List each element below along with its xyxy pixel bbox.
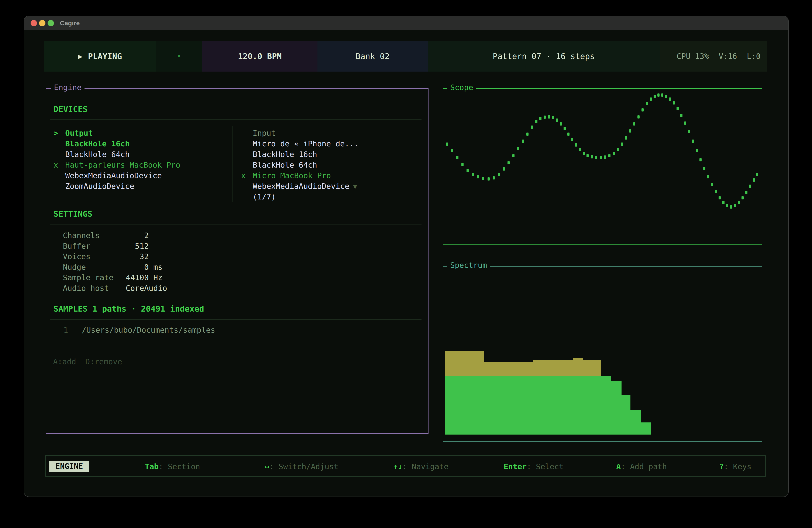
hint-key: ↑↓ xyxy=(393,462,402,471)
setting-label: Nudge xyxy=(63,263,86,271)
scope-sample-dot xyxy=(535,120,537,123)
output-device-item[interactable]: xHaut-parleurs MacBook Pro xyxy=(54,161,180,169)
key-hint-keys: ?: Keys xyxy=(719,462,752,471)
spectrum-level-bar xyxy=(583,376,601,434)
scope-sample-dot xyxy=(734,204,736,207)
input-list-pager-label: (1/7) xyxy=(253,192,276,201)
setting-value: 44100 Hz xyxy=(126,273,162,282)
bpm-display[interactable]: 120.0 BPM xyxy=(202,41,317,72)
setting-label: Buffer xyxy=(63,242,90,251)
scope-sample-dot xyxy=(451,149,453,152)
minimize-window-button[interactable] xyxy=(39,20,45,26)
hint-description: : Add path xyxy=(621,462,667,471)
spectrum-level-bar xyxy=(611,381,622,434)
input-device-item-label: Micro de « iPhone de... xyxy=(253,139,359,148)
output-device-item[interactable]: BlackHole 64ch xyxy=(54,150,130,159)
scope-sample-dot xyxy=(604,156,606,159)
scope-sample-dot xyxy=(699,158,701,161)
output-device-item[interactable]: ZoomAudioDevice xyxy=(54,182,134,190)
input-device-item-label: BlackHole 64ch xyxy=(253,160,317,169)
scope-sample-dot xyxy=(567,132,569,136)
output-device-item-label: BlackHole 64ch xyxy=(65,150,130,159)
spectrum-level-bar xyxy=(641,423,651,434)
scope-sample-dot xyxy=(641,108,643,112)
scope-sample-dot xyxy=(531,126,533,129)
scope-sample-dot xyxy=(629,129,631,132)
active-device-marker: x xyxy=(241,171,253,180)
scope-sample-dot xyxy=(684,122,686,125)
scope-sample-dot xyxy=(608,154,610,157)
output-device-item-label: ZoomAudioDevice xyxy=(65,182,134,190)
input-device-item[interactable]: WebexMediaAudioDevice▼ xyxy=(241,182,357,191)
samples-key-hints: A:add D:remove xyxy=(53,357,122,366)
spectrum-level-bar xyxy=(573,376,583,434)
setting-value: 2 xyxy=(126,231,149,240)
output-device-item[interactable]: WebexMediaAudioDevice xyxy=(54,171,162,180)
spectrum-level-bar xyxy=(630,410,641,434)
spectrum-level-bar xyxy=(622,395,630,434)
close-window-button[interactable] xyxy=(31,20,37,26)
input-device-item[interactable]: BlackHole 16ch xyxy=(241,150,317,159)
spectrum-panel: Spectrum xyxy=(443,266,762,442)
scope-sample-dot xyxy=(556,118,558,122)
scope-sample-dot xyxy=(711,183,713,186)
spectrum-peak-bar xyxy=(533,360,573,376)
transport-status[interactable]: ▶PLAYING xyxy=(44,41,156,72)
scope-panel: Scope xyxy=(443,88,762,245)
scope-sample-dot xyxy=(726,204,728,207)
setting-label: Channels xyxy=(63,231,100,240)
spectrum-bars xyxy=(444,267,762,441)
output-device-item-label: WebexMediaAudioDevice xyxy=(65,171,162,180)
spectrum-level-bar xyxy=(484,376,533,434)
hint-description: : Keys xyxy=(724,462,752,471)
latency-count: L:0 xyxy=(747,52,760,60)
pattern-display[interactable]: Pattern 07 · 16 steps xyxy=(427,41,660,72)
scope-sample-dot xyxy=(498,173,500,176)
hint-description: : Switch/Adjust xyxy=(270,462,338,471)
scope-sample-dot xyxy=(503,167,505,171)
samples-section-header: SAMPLES 1 paths · 20491 indexed xyxy=(54,304,204,313)
beat-indicator-dot xyxy=(178,55,180,57)
sample-path-row[interactable]: 1/Users/bubo/Documents/samples xyxy=(63,326,215,334)
scope-sample-dot xyxy=(560,122,562,126)
scope-sample-dot xyxy=(637,115,640,118)
hint-description: : Select xyxy=(527,462,563,471)
setting-label: Sample rate xyxy=(63,273,113,282)
scope-sample-dot xyxy=(508,161,510,165)
input-device-item[interactable]: BlackHole 64ch xyxy=(241,161,317,169)
input-device-item[interactable]: xMicro MacBook Pro xyxy=(241,171,331,180)
scope-sample-dot xyxy=(564,127,566,130)
spectrum-peak-bar xyxy=(573,358,583,376)
scope-sample-dot xyxy=(600,156,602,159)
spectrum-level-bar xyxy=(601,376,611,434)
scope-sample-dot xyxy=(756,173,758,176)
scope-sample-dot xyxy=(730,205,732,209)
input-column-header-label: Input xyxy=(253,129,276,138)
scope-sample-dot xyxy=(650,98,652,101)
output-column-header: >Output xyxy=(54,129,93,138)
scope-sample-dot xyxy=(745,191,748,194)
scope-sample-dot xyxy=(517,147,519,151)
scope-sample-dot xyxy=(466,169,469,172)
setting-value: 32 xyxy=(126,252,149,261)
divider xyxy=(50,319,421,320)
spectrum-peak-bar xyxy=(583,360,601,376)
bank-display[interactable]: Bank 02 xyxy=(317,41,427,72)
spectrum-level-bar xyxy=(533,376,573,434)
scope-sample-dot xyxy=(522,140,524,143)
cursor-icon: > xyxy=(54,129,65,138)
key-hint-section: Tab: Section xyxy=(145,462,200,471)
hint-key: ↔ xyxy=(265,462,270,471)
output-device-item[interactable]: BlackHole 16ch xyxy=(54,140,130,148)
active-section-badge[interactable]: ENGINE xyxy=(49,461,89,472)
input-device-item[interactable]: Micro de « iPhone de... xyxy=(241,140,359,148)
zoom-window-button[interactable] xyxy=(47,20,54,26)
setting-label: Audio host xyxy=(63,284,109,292)
app-window: Cagire ▶PLAYING 120.0 BPM Bank 02 Patter… xyxy=(24,16,789,497)
dropdown-arrow-icon: ▼ xyxy=(353,183,357,190)
divider xyxy=(50,224,421,225)
engine-panel-title: Engine xyxy=(51,84,85,91)
scope-sample-dot xyxy=(677,107,679,110)
scope-sample-dot xyxy=(719,196,721,199)
engine-panel: Engine DEVICES >OutputBlackHole 16chBlac… xyxy=(46,88,429,434)
